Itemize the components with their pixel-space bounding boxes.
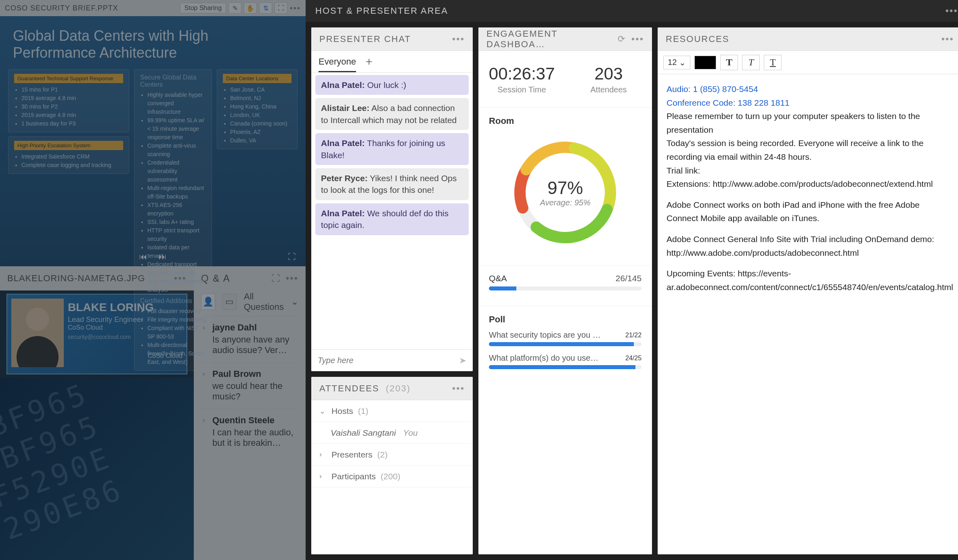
- hand-icon[interactable]: ✋: [244, 2, 257, 14]
- resources-note-body[interactable]: Audio: 1 (855) 870-5454 Conference Code:…: [658, 74, 958, 554]
- chat-message: Peter Ryce: Yikes! I think need Ops to l…: [315, 168, 469, 200]
- background-image: [0, 378, 194, 560]
- share-pod-toolbar: COSO SECURITY BRIEF.PPTX Stop Sharing ✎ …: [0, 0, 306, 16]
- pod-menu-icon[interactable]: •••: [452, 33, 465, 45]
- chat-pod-title: PRESENTER CHAT: [319, 34, 411, 44]
- hp-menu-icon[interactable]: •••: [945, 5, 958, 17]
- poll-question: What platform(s) do you use…: [489, 353, 598, 363]
- presenter-chat-pod: PRESENTER CHAT ••• Everyone ＋ Alna Patel…: [311, 27, 473, 371]
- poll-item: What platform(s) do you use…24/25: [489, 353, 641, 369]
- audience-area: COSO SECURITY BRIEF.PPTX Stop Sharing ✎ …: [0, 0, 306, 560]
- qa-asker: Quentin Steele: [212, 415, 295, 426]
- attendees-pod: ATTENDEES (203) ••• ⌄Hosts (1)Vaishali S…: [311, 377, 473, 554]
- prev-slide-icon[interactable]: ⏮: [139, 252, 147, 261]
- room-heading: Room: [489, 116, 641, 126]
- chat-input[interactable]: [318, 356, 455, 365]
- engagement-donut-chart: 97% Average: 95%: [509, 136, 622, 249]
- dashboard-title: ENGAGEMENT DASHBOA…: [486, 29, 618, 50]
- italic-icon[interactable]: T: [742, 55, 760, 70]
- bold-icon[interactable]: T: [720, 55, 738, 70]
- poll-progress-bar: [489, 342, 641, 346]
- attendee-row[interactable]: Vaishali SangtaniYou: [311, 422, 473, 444]
- chevron-right-icon: ›: [203, 324, 205, 331]
- session-time-label: Session Time: [498, 85, 546, 94]
- poll-question: What security topics are you …: [489, 330, 601, 340]
- chevron-down-icon: ⌄: [679, 58, 686, 67]
- you-label: You: [403, 428, 418, 438]
- poll-heading: Poll: [489, 314, 641, 325]
- chat-sender: Alistair Lee:: [321, 103, 369, 113]
- group-count: (1): [358, 406, 369, 416]
- underline-icon[interactable]: T: [764, 55, 782, 70]
- attendees-count-value: 203: [595, 64, 623, 84]
- attendee-name: Vaishali Sangtani: [331, 428, 396, 438]
- attendee-group-row[interactable]: ›Participants (200): [311, 466, 473, 487]
- stop-sharing-button[interactable]: Stop Sharing: [180, 3, 226, 13]
- chevron-right-icon: ›: [319, 472, 327, 481]
- group-label: Participants: [331, 472, 376, 481]
- pointer-icon[interactable]: ✎: [228, 2, 241, 14]
- attendees-count-label: Attendees: [591, 85, 627, 94]
- text-color-swatch[interactable]: [694, 56, 716, 69]
- send-icon[interactable]: ➤: [459, 355, 466, 366]
- chat-sender: Alna Patel:: [321, 80, 365, 90]
- chevron-right-icon: ›: [203, 370, 205, 378]
- poll-count: 21/22: [625, 332, 641, 339]
- pod-menu-icon[interactable]: •••: [290, 4, 301, 13]
- chat-message: Alistair Lee: Also a bad connection to I…: [315, 98, 469, 130]
- resources-title: RESOURCES: [666, 34, 729, 44]
- group-count: (2): [377, 450, 388, 460]
- hp-area-title: HOST & PRESENTER AREA: [315, 6, 448, 16]
- chat-sender: Alna Patel:: [321, 209, 365, 218]
- group-count: (200): [381, 472, 400, 481]
- attendees-title: ATTENDEES (203): [319, 383, 411, 394]
- chat-sender: Alna Patel:: [321, 138, 365, 148]
- slide-title: Global Data Centers with High Performanc…: [0, 16, 306, 69]
- qa-count: 26/145: [616, 274, 641, 283]
- attendee-group-row[interactable]: ⌄Hosts (1): [311, 400, 473, 422]
- audio-link[interactable]: Audio: 1 (855) 870-5454: [667, 82, 953, 96]
- qa-heading: Q&A: [489, 274, 507, 283]
- poll-count: 24/25: [625, 355, 641, 362]
- session-time-value: 00:26:37: [489, 64, 555, 84]
- pod-menu-icon[interactable]: •••: [941, 33, 954, 45]
- poll-item: What security topics are you …21/22: [489, 330, 641, 346]
- slide-fullscreen-icon[interactable]: ⛶: [288, 252, 296, 261]
- chat-tab-everyone[interactable]: Everyone: [319, 56, 356, 72]
- conference-code-link[interactable]: Conference Code: 138 228 1811: [667, 96, 953, 110]
- attendee-group-row[interactable]: ›Presenters (2): [311, 444, 473, 466]
- room-engagement-pct: 97%: [547, 178, 583, 198]
- host-presenter-area: HOST & PRESENTER AREA ••• PRESENTER CHAT…: [306, 0, 958, 560]
- chevron-right-icon: ›: [319, 450, 327, 459]
- presentation-slide: Global Data Centers with High Performanc…: [0, 16, 306, 266]
- qa-question: I can hear the audio, but it is breakin…: [212, 427, 295, 448]
- qa-progress-bar: [489, 286, 641, 290]
- poll-progress-bar: [489, 365, 641, 369]
- room-engagement-avg: Average: 95%: [540, 198, 590, 207]
- pod-menu-icon[interactable]: •••: [452, 383, 465, 394]
- chat-sender: Peter Ryce:: [321, 173, 368, 183]
- group-label: Presenters: [331, 450, 373, 460]
- chevron-right-icon: ›: [203, 417, 205, 424]
- shared-file-name: COSO SECURITY BRIEF.PPTX: [5, 4, 118, 13]
- next-slide-icon[interactable]: ⏭: [159, 252, 167, 261]
- chat-message: Alna Patel: Our luck :): [315, 75, 469, 95]
- sync-icon[interactable]: ⇅: [259, 2, 272, 14]
- chat-message: Alna Patel: Thanks for joining us Blake!: [315, 133, 469, 165]
- qa-item[interactable]: ›Quentin SteeleI can hear the audio, but…: [201, 409, 298, 456]
- qa-question: we could hear the music?: [212, 381, 295, 402]
- chevron-down-icon: ⌄: [319, 407, 327, 416]
- group-label: Hosts: [331, 406, 353, 416]
- refresh-icon[interactable]: ⟳: [618, 34, 626, 44]
- pod-menu-icon[interactable]: •••: [631, 33, 644, 45]
- add-chat-tab-icon[interactable]: ＋: [363, 54, 375, 72]
- resources-pod: RESOURCES ••• 12 ⌄ T T T Audi: [658, 27, 958, 554]
- font-size-dropdown[interactable]: 12 ⌄: [663, 56, 690, 69]
- engagement-dashboard-pod: ENGAGEMENT DASHBOA… ⟳ ••• 00:26:37 Sessi…: [478, 27, 652, 554]
- chat-message: Alna Patel: We should def do this topic …: [315, 203, 469, 235]
- chat-text: Our luck :): [365, 80, 407, 90]
- fullscreen-icon[interactable]: ⛶: [275, 2, 287, 14]
